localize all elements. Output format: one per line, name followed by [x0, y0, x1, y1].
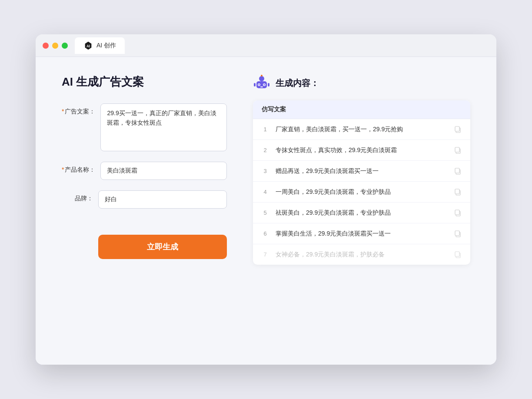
result-header: 生成内容：: [253, 74, 470, 92]
row-number: 3: [262, 168, 269, 174]
result-title: 生成内容：: [276, 77, 319, 89]
svg-rect-22: [455, 210, 459, 215]
window-controls: [43, 43, 68, 49]
ad-copy-required: *: [62, 108, 64, 115]
svg-rect-12: [268, 83, 269, 86]
row-number: 1: [262, 126, 269, 133]
svg-rect-8: [260, 86, 263, 87]
content-area: AI 生成广告文案 *广告文案： *产品名称： 品牌： 立即生成: [36, 57, 496, 365]
generate-button[interactable]: 立即生成: [98, 235, 227, 259]
ad-copy-label: *广告文案：: [62, 103, 95, 116]
svg-text:AI: AI: [86, 44, 90, 48]
copy-icon[interactable]: [454, 209, 462, 217]
table-row: 4 一周美白，29.9元美白淡斑霜，专业护肤品: [253, 182, 470, 203]
close-button[interactable]: [43, 43, 49, 49]
right-panel: 生成内容： 仿写文案 1 厂家直销，美白淡斑霜，买一送一，29.9元抢购 2 专…: [253, 74, 470, 347]
copy-icon[interactable]: [454, 146, 462, 154]
row-text: 女神必备，29.9元美白淡斑霜，护肤必备: [276, 250, 447, 259]
maximize-button[interactable]: [62, 43, 68, 49]
ai-tab[interactable]: AI AI 创作: [75, 37, 125, 54]
product-name-required: *: [62, 166, 64, 173]
row-number: 4: [262, 189, 269, 195]
svg-rect-26: [455, 252, 459, 256]
svg-rect-20: [455, 189, 459, 194]
copy-icon[interactable]: [454, 230, 462, 238]
row-number: 5: [262, 209, 269, 216]
row-text: 厂家直销，美白淡斑霜，买一送一，29.9元抢购: [276, 125, 447, 134]
row-text: 一周美白，29.9元美白淡斑霜，专业护肤品: [276, 187, 447, 196]
table-row: 1 厂家直销，美白淡斑霜，买一送一，29.9元抢购: [253, 119, 470, 140]
page-title: AI 生成广告文案: [62, 74, 227, 90]
table-row: 5 祛斑美白，29.9元美白淡斑霜，专业护肤品: [253, 203, 470, 223]
svg-rect-14: [455, 126, 459, 131]
product-name-input[interactable]: [100, 162, 227, 180]
ad-copy-group: *广告文案：: [62, 103, 227, 151]
row-text: 掌握美白生活，29.9元美白淡斑霜买一送一: [276, 229, 447, 238]
copy-icon[interactable]: [454, 167, 462, 175]
svg-rect-11: [254, 83, 256, 86]
row-number: 6: [262, 230, 269, 237]
row-text: 赠品再送，29.9元美白淡斑霜买一送一: [276, 166, 447, 176]
svg-point-10: [261, 75, 263, 76]
copy-icon[interactable]: [454, 188, 462, 196]
product-name-group: *产品名称：: [62, 162, 227, 180]
row-text: 专抹女性斑点，真实功效，29.9元美白淡斑霜: [276, 146, 447, 155]
robot-icon: [253, 74, 270, 92]
copy-icon[interactable]: [454, 126, 462, 133]
table-row: 3 赠品再送，29.9元美白淡斑霜买一送一: [253, 161, 470, 182]
table-row: 6 掌握美白生活，29.9元美白淡斑霜买一送一: [253, 223, 470, 244]
svg-point-7: [264, 84, 265, 86]
row-number: 7: [262, 251, 269, 258]
svg-rect-18: [455, 168, 459, 173]
browser-window: AI AI 创作 AI 生成广告文案 *广告文案： *产品名称：: [36, 34, 496, 365]
brand-input[interactable]: [98, 190, 227, 209]
product-name-label: *产品名称：: [62, 162, 95, 174]
svg-rect-24: [455, 231, 459, 236]
brand-group: 品牌：: [62, 190, 227, 209]
row-text: 祛斑美白，29.9元美白淡斑霜，专业护肤品: [276, 208, 447, 217]
ad-copy-input[interactable]: [100, 103, 227, 151]
title-bar: AI AI 创作: [36, 34, 496, 57]
left-panel: AI 生成广告文案 *广告文案： *产品名称： 品牌： 立即生成: [62, 74, 227, 347]
tab-label: AI 创作: [96, 42, 116, 50]
svg-rect-16: [455, 147, 459, 152]
result-table: 仿写文案 1 厂家直销，美白淡斑霜，买一送一，29.9元抢购 2 专抹女性斑点，…: [253, 100, 470, 265]
table-header: 仿写文案: [253, 100, 470, 119]
table-row: 2 专抹女性斑点，真实功效，29.9元美白淡斑霜: [253, 140, 470, 161]
minimize-button[interactable]: [52, 43, 58, 49]
svg-point-6: [259, 84, 260, 86]
copy-icon[interactable]: [454, 251, 462, 259]
ai-tab-icon: AI: [83, 41, 93, 50]
brand-label: 品牌：: [62, 190, 93, 203]
table-row: 7 女神必备，29.9元美白淡斑霜，护肤必备: [253, 244, 470, 265]
row-number: 2: [262, 147, 269, 153]
